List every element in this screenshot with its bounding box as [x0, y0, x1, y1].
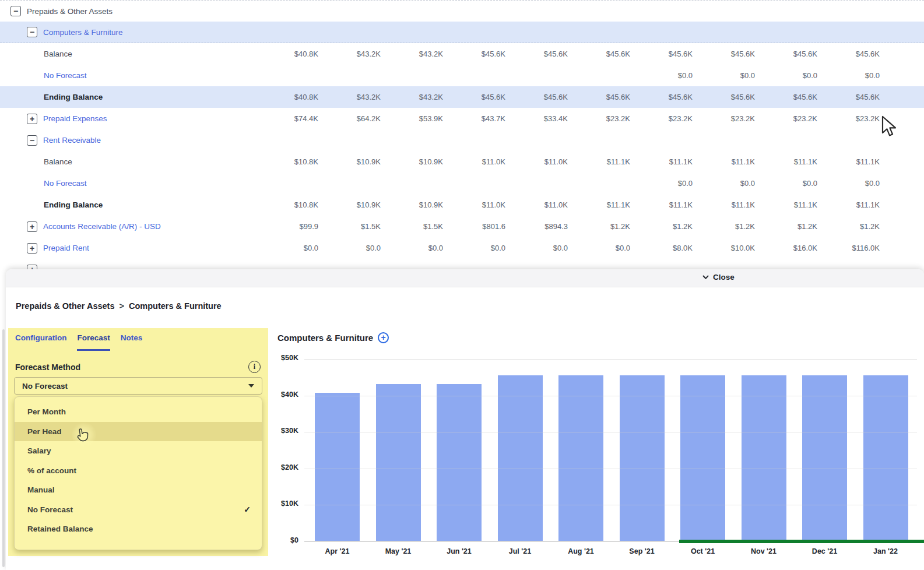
menu-option[interactable]: % of account — [15, 461, 262, 481]
cell-value: $40.8K — [257, 93, 319, 101]
table-row[interactable]: Balance$10.8K$10.9K$10.9K$11.0K$11.0K$11… — [0, 151, 924, 173]
row-label: Rent Receivable — [43, 136, 101, 145]
cell-value: $10.9K — [319, 157, 382, 166]
collapse-icon[interactable]: − — [27, 135, 37, 146]
cell-value: $10.9K — [382, 157, 444, 166]
row-label-cell: +Prepaid Expenses — [0, 108, 257, 129]
collapse-icon[interactable]: − — [27, 27, 37, 37]
chart-panel: Computers & Furniture + $0$10K$20K$30K$4… — [268, 328, 924, 570]
table-row[interactable]: Balance$40.8K$43.2K$43.2K$45.6K$45.6K$45… — [0, 43, 924, 65]
gridline — [304, 469, 917, 469]
forecast-method-select[interactable]: No Forecast — [14, 377, 262, 395]
row-label-cell: No Forecast — [0, 173, 257, 194]
menu-option-label: Retained Balance — [27, 525, 93, 533]
cell-value: $894.3 — [507, 222, 569, 231]
cell-value: $45.6K — [631, 93, 694, 101]
info-icon[interactable]: i — [248, 361, 261, 373]
bar-aug21[interactable] — [558, 375, 603, 541]
tab-configuration[interactable]: Configuration — [15, 333, 66, 351]
menu-option-label: Per Head — [27, 427, 62, 436]
y-axis-tick: $40K — [268, 390, 298, 399]
table-row[interactable]: Ending Balance$40.8K$43.2K$43.2K$45.6K$4… — [0, 86, 924, 108]
cell-value: $11.1K — [756, 200, 818, 209]
bar-sep21[interactable] — [620, 375, 665, 541]
row-label-cell: Balance — [0, 43, 257, 65]
tab-forecast[interactable]: Forecast — [77, 333, 110, 351]
row-label: Computers & Furniture — [43, 28, 123, 37]
row-label-cell: Ending Balance — [0, 194, 257, 216]
expand-icon[interactable]: + — [27, 114, 37, 124]
bar-apr21[interactable] — [315, 393, 360, 541]
cell-value: $45.6K — [444, 50, 507, 58]
cell-value: $116.0K — [818, 244, 881, 252]
row-label: Accounts Receivable (A/R) - USD — [43, 222, 161, 231]
cell-value: $45.6K — [756, 50, 818, 58]
y-axis-tick: $30K — [268, 427, 298, 435]
cell-value: $0.0 — [319, 244, 382, 252]
cell-value: $43.2K — [382, 50, 444, 58]
cell-value: $11.1K — [756, 157, 818, 166]
bar-jun21[interactable] — [437, 384, 482, 541]
bar-jan22[interactable] — [863, 375, 908, 541]
cell-value: $74.4K — [257, 114, 319, 123]
cell-value: $11.0K — [444, 157, 507, 166]
table-row[interactable]: Ending Balance$10.8K$10.9K$10.9K$11.0K$1… — [0, 194, 924, 216]
table-row[interactable]: +Accounts Receivable (A/R) - USD$99.9$1.… — [0, 216, 924, 237]
bar-oct21[interactable] — [680, 375, 725, 541]
expand-icon[interactable]: + — [27, 221, 37, 232]
scrollbar[interactable] — [2, 329, 5, 567]
menu-option[interactable]: Per Month — [15, 402, 262, 422]
table-row[interactable]: −Rent Receivable — [0, 129, 924, 151]
close-button[interactable]: Close — [702, 273, 735, 282]
menu-option-label: No Forecast — [27, 505, 73, 514]
row-label: Ending Balance — [44, 200, 103, 209]
cell-value: $11.0K — [507, 200, 569, 209]
menu-option[interactable]: Manual — [15, 480, 262, 500]
cell-value: $45.6K — [818, 93, 881, 101]
cell-value: $23.2K — [631, 114, 694, 123]
breadcrumb-parent[interactable]: Prepaids & Other Assets — [16, 301, 115, 311]
gridline — [304, 396, 917, 396]
cell-value: $45.6K — [507, 50, 569, 58]
cell-value: $1.2K — [694, 222, 756, 231]
menu-option[interactable]: No Forecast✓ — [15, 500, 262, 520]
menu-option[interactable]: Retained Balance — [15, 519, 262, 539]
breadcrumb-separator: > — [120, 301, 124, 311]
table-row[interactable]: No Forecast$0.0$0.0$0.0$0.0 — [0, 173, 924, 194]
chevron-down-icon — [702, 275, 709, 280]
cell-value: $53.9K — [382, 114, 444, 123]
cell-value: $1.5K — [319, 222, 382, 231]
table-row[interactable]: +Prepaid Rent$0.0$0.0$0.0$0.0$0.0$0.0$8.… — [0, 237, 924, 259]
cell-value: $8.0K — [631, 244, 694, 252]
row-label-cell: −Computers & Furniture — [0, 22, 257, 43]
y-axis-tick: $50K — [268, 354, 298, 362]
gridline — [304, 359, 917, 360]
menu-option[interactable]: Per Head — [15, 422, 262, 442]
bar-jul21[interactable] — [498, 375, 543, 541]
row-label-cell: +Accounts Receivable (A/R) - USD — [0, 216, 257, 237]
config-tabs: ConfigurationForecastNotes — [8, 328, 268, 351]
cell-value: $45.6K — [444, 93, 507, 101]
cell-value: $43.2K — [319, 93, 382, 101]
table-row[interactable]: No Forecast$0.0$0.0$0.0$0.0 — [0, 65, 924, 86]
cell-value: $16.0K — [756, 244, 818, 252]
tab-notes[interactable]: Notes — [121, 333, 143, 351]
x-axis-label: May '21 — [370, 547, 426, 555]
expand-icon[interactable]: + — [27, 243, 37, 254]
table-row[interactable]: +Prepaid Expenses$74.4K$64.2K$53.9K$43.7… — [0, 108, 924, 129]
menu-option-label: Salary — [27, 446, 51, 455]
row-label-cell: Ending Balance — [0, 86, 257, 108]
bar-nov21[interactable] — [742, 375, 786, 541]
row-label: No Forecast — [44, 71, 87, 80]
forecast-method-menu: Per MonthPer HeadSalary% of accountManua… — [14, 396, 262, 550]
bar-may21[interactable] — [376, 384, 421, 541]
row-label-cell: −Prepaids & Other Assets — [0, 1, 257, 22]
table-row[interactable]: −Prepaids & Other Assets — [0, 0, 924, 22]
collapse-icon[interactable]: − — [10, 6, 21, 16]
menu-option[interactable]: Salary — [15, 441, 262, 461]
cell-value: $11.1K — [818, 157, 881, 166]
x-axis-label: Jan '22 — [858, 547, 914, 555]
table-row[interactable]: −Computers & Furniture — [0, 22, 924, 43]
cell-value: $43.7K — [444, 114, 507, 123]
bar-dec21[interactable] — [802, 375, 847, 541]
